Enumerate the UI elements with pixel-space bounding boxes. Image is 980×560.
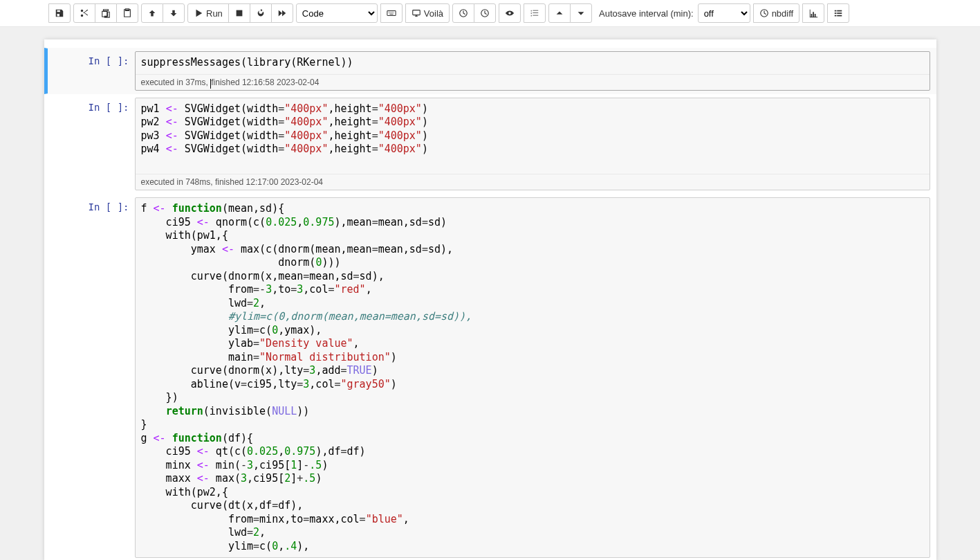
move-up-button[interactable]	[141, 3, 163, 23]
cell-prompt: In [ ]:	[50, 51, 135, 91]
stop-icon	[234, 8, 244, 18]
collapse-down-button[interactable]	[570, 3, 592, 23]
run-label: Run	[206, 8, 223, 19]
cut-button[interactable]	[73, 3, 95, 23]
notebook-container: In [ ]:suppressMessages(library(RKernel)…	[44, 39, 936, 560]
input-area[interactable]: f <- function(mean,sd){ ci95 <- qnorm(c(…	[135, 197, 930, 558]
fast-forward-icon	[277, 8, 287, 18]
cell-prompt: In [ ]:	[50, 197, 135, 558]
chevron-down-icon	[576, 8, 586, 18]
table-button[interactable]	[827, 3, 849, 23]
exec-time-prev-button[interactable]	[452, 3, 474, 23]
chart-button[interactable]	[802, 3, 824, 23]
interrupt-button[interactable]	[228, 3, 250, 23]
copy-icon	[101, 8, 111, 18]
copy-button[interactable]	[95, 3, 117, 23]
monitor-icon	[412, 8, 421, 18]
clock-icon	[459, 8, 468, 18]
voila-label: Voilà	[424, 8, 443, 19]
input-area[interactable]: suppressMessages(library(RKernel))execut…	[135, 51, 930, 91]
command-palette-button[interactable]	[380, 3, 403, 23]
code-cell[interactable]: In [ ]:suppressMessages(library(RKernel)…	[44, 48, 936, 94]
code-editor[interactable]: f <- function(mean,sd){ ci95 <- qnorm(c(…	[136, 198, 930, 557]
bar-chart-icon	[808, 8, 818, 18]
clock-icon	[759, 8, 769, 18]
autosave-select[interactable]: off	[698, 3, 750, 23]
save-icon	[55, 8, 64, 18]
eye-icon	[505, 8, 515, 18]
text-caret	[210, 79, 211, 88]
cell-prompt: In [ ]:	[50, 98, 135, 191]
autosave-label: Autosave interval (min):	[599, 8, 694, 19]
svg-rect-2	[413, 10, 420, 15]
code-cell[interactable]: In [ ]:pw1 <- SVGWidget(width="400px",he…	[44, 94, 936, 195]
execution-info: executed in 37ms, finished 12:16:58 2023…	[136, 74, 930, 90]
svg-rect-0	[236, 10, 242, 17]
arrow-down-icon	[169, 8, 178, 18]
code-cell[interactable]: In [ ]:f <- function(mean,sd){ ci95 <- q…	[44, 194, 936, 560]
toggle-output-button[interactable]	[499, 3, 521, 23]
exec-time-next-button[interactable]	[474, 3, 496, 23]
nbdiff-button[interactable]: nbdiff	[753, 3, 800, 23]
play-icon	[194, 8, 203, 18]
run-button[interactable]: Run	[187, 3, 229, 23]
keyboard-icon	[387, 8, 396, 18]
code-editor[interactable]: pw1 <- SVGWidget(width="400px",height="4…	[136, 98, 930, 174]
paste-button[interactable]	[116, 3, 138, 23]
toc-button[interactable]	[524, 3, 546, 23]
move-down-button[interactable]	[163, 3, 185, 23]
restart-button[interactable]	[250, 3, 272, 23]
code-editor[interactable]: suppressMessages(library(RKernel))	[136, 52, 930, 74]
input-area[interactable]: pw1 <- SVGWidget(width="400px",height="4…	[135, 98, 930, 191]
collapse-up-button[interactable]	[548, 3, 571, 23]
cell-type-select[interactable]: Code	[296, 3, 378, 23]
toolbar: Run Code Voilà	[0, 0, 980, 27]
scissors-icon	[80, 8, 89, 18]
list-ol-icon	[530, 8, 539, 18]
arrow-up-icon	[147, 8, 157, 18]
run-all-button[interactable]	[271, 3, 293, 23]
nbdiff-label: nbdiff	[772, 8, 794, 19]
execution-info: executed in 748ms, finished 12:17:00 202…	[136, 174, 930, 190]
paste-icon	[122, 8, 132, 18]
voila-button[interactable]: Voilà	[405, 3, 450, 23]
chevron-up-icon	[555, 8, 564, 18]
save-button[interactable]	[48, 3, 71, 23]
list-icon	[833, 8, 843, 18]
clock-icon	[480, 8, 490, 18]
restart-icon	[256, 8, 266, 18]
